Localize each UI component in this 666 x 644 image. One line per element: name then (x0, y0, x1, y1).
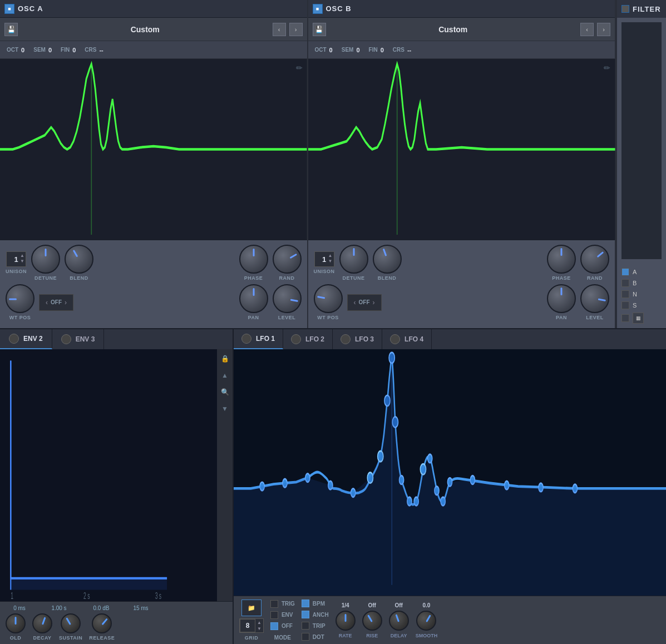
env-decay-knob[interactable] (32, 613, 52, 633)
b-unison-down[interactable]: ▼ (328, 259, 333, 264)
routing-s-checkbox[interactable] (621, 301, 629, 309)
routing-s[interactable]: S (621, 301, 662, 309)
osc-b-edit-icon[interactable]: ✏ (604, 63, 610, 72)
routing-n[interactable]: N (621, 290, 662, 298)
osc-b-preset-bar: 💾 Custom ‹ › (308, 18, 615, 41)
osc-b-off-control[interactable]: ‹ OFF › (347, 294, 382, 311)
bpm-checkbox[interactable] (302, 600, 309, 607)
env-tabs: ENV 2 ENV 3 (0, 329, 233, 349)
lfo-section: LFO 1 LFO 2 LFO 3 LFO 4 (234, 329, 666, 644)
osc-b-wtpos-knob[interactable] (314, 284, 343, 313)
grid-folder-btn[interactable]: 📁 (241, 600, 262, 616)
b-unison-up[interactable]: ▲ (328, 253, 333, 259)
osc-a-pan-group: PAN (239, 284, 268, 320)
lfo-tab-2[interactable]: LFO 2 (283, 329, 333, 349)
osc-a-unison-spinner[interactable]: 1 ▲ ▼ (6, 251, 26, 267)
osc-b-phase-knob[interactable] (547, 245, 576, 274)
osc-b-unison-spinner[interactable]: 1 ▲ ▼ (314, 251, 334, 267)
env-release-knob[interactable] (92, 613, 112, 633)
env-hold-value: 0 ms (6, 605, 33, 611)
grid-control: 📁 8 ▲ ▼ GRID (239, 600, 264, 641)
osc-a-sem: SEM 0 (33, 47, 52, 53)
lfo-tab-1[interactable]: LFO 1 (234, 329, 283, 349)
b-off-right-btn[interactable]: › (371, 299, 377, 306)
trip-checkbox[interactable] (302, 622, 309, 630)
bottom-row: ENV 2 ENV 3 1 2 s (0, 328, 666, 644)
lfo-rise-knob[interactable] (362, 611, 382, 631)
osc-b-blend-knob[interactable] (373, 245, 402, 274)
routing-b-checkbox[interactable] (621, 279, 629, 287)
env-hold-knob[interactable] (6, 613, 26, 633)
osc-a-save-btn[interactable]: 💾 (4, 23, 18, 36)
dot-checkbox[interactable] (302, 633, 309, 641)
routing-eq-checkbox[interactable] (621, 314, 629, 322)
lfo-tab-4[interactable]: LFO 4 (382, 329, 432, 349)
env-sidebar: 🔒 ▲ 🔍 ▼ (217, 349, 233, 601)
bpm-group: BPM ANCH TRIP DOT (302, 600, 329, 641)
routing-n-checkbox[interactable] (621, 290, 629, 298)
lfo-delay-knob[interactable] (389, 611, 409, 631)
off-right-btn[interactable]: › (63, 299, 68, 306)
env-tab-2-icon (9, 334, 19, 344)
osc-a-oct: OCT 0 (7, 47, 24, 53)
osc-a-blend-knob[interactable] (65, 245, 93, 274)
env-tab-2[interactable]: ENV 2 (0, 329, 52, 349)
off-left-btn[interactable]: ‹ (44, 299, 50, 306)
osc-a-level-knob[interactable] (273, 284, 302, 313)
env-decay-group: DECAY (32, 613, 52, 641)
osc-a-prev-btn[interactable]: ‹ (273, 23, 286, 36)
routing-a-checkbox[interactable] (621, 268, 629, 276)
osc-a-phase-knob[interactable] (239, 245, 268, 274)
routing-a[interactable]: A (621, 268, 662, 276)
osc-a-waveform[interactable]: ✏ (0, 59, 307, 240)
main-container: ■ OSC A 💾 Custom ‹ › OCT 0 SEM 0 FIN (0, 0, 666, 644)
osc-b-waveform[interactable]: ✏ (308, 59, 615, 240)
osc-b-pan-group: PAN (547, 284, 576, 320)
osc-b-rand-knob[interactable] (580, 245, 609, 274)
lfo-tab-3[interactable]: LFO 3 (333, 329, 382, 349)
osc-a-header: ■ OSC A (0, 0, 307, 18)
off-checkbox[interactable] (270, 622, 278, 630)
lfo-rate-knob[interactable] (336, 611, 356, 631)
env-search-btn[interactable]: 🔍 (219, 386, 231, 398)
osc-b-prev-btn[interactable]: ‹ (580, 23, 594, 36)
anch-checkbox[interactable] (302, 611, 309, 618)
lfo-smooth-knob[interactable] (416, 611, 436, 631)
lfo-display[interactable] (234, 349, 666, 596)
lfo-tab-4-icon (390, 334, 400, 344)
osc-b-detune-knob[interactable] (339, 245, 368, 274)
unison-down-arrow[interactable]: ▼ (20, 259, 24, 264)
osc-b-tuning-bar: OCT 0 SEM 0 FIN 0 CRS -- (308, 41, 615, 59)
grid-down-btn[interactable]: ▼ (255, 626, 263, 632)
env-up-btn[interactable]: ▲ (219, 369, 230, 382)
env-down-btn[interactable]: ▼ (219, 403, 230, 415)
osc-a-wtpos-knob[interactable] (6, 284, 34, 313)
env-tab-3[interactable]: ENV 3 (52, 329, 105, 349)
lfo-smooth-param: 0.0 SMOOTH (416, 602, 438, 638)
osc-b-next-btn[interactable]: › (597, 23, 610, 36)
osc-b-save-btn[interactable]: 💾 (313, 23, 326, 36)
svg-rect-4 (0, 349, 233, 601)
osc-a-off-control[interactable]: ‹ OFF › (39, 294, 73, 311)
osc-a-edit-icon[interactable]: ✏ (296, 63, 303, 72)
osc-b-level-knob[interactable] (580, 284, 609, 313)
routing-b[interactable]: B (621, 279, 662, 287)
b-off-left-btn[interactable]: ‹ (352, 299, 358, 306)
env-sustain-knob[interactable] (61, 613, 81, 633)
osc-b-controls: 1 ▲ ▼ UNISON DETUNE (308, 240, 615, 328)
unison-up-arrow[interactable]: ▲ (20, 253, 24, 259)
routing-eq[interactable]: ▦ (621, 313, 662, 324)
filter-icon (621, 5, 629, 13)
osc-a-knob-row-1: 1 ▲ ▼ UNISON DETUNE (6, 245, 302, 281)
trig-checkbox[interactable] (270, 600, 278, 608)
osc-a-rand-knob[interactable] (273, 245, 302, 274)
grid-up-btn[interactable]: ▲ (255, 620, 263, 626)
osc-a-pan-knob[interactable] (239, 284, 268, 313)
env-checkbox[interactable] (270, 611, 278, 619)
osc-a-detune-knob[interactable] (31, 245, 60, 274)
osc-b-preset-name: Custom (329, 25, 578, 34)
osc-a-next-btn[interactable]: › (289, 23, 303, 36)
env-sustain-value: 0.0 dB (85, 605, 118, 611)
env-lock-btn[interactable]: 🔒 (219, 353, 231, 365)
osc-b-pan-knob[interactable] (547, 284, 576, 313)
